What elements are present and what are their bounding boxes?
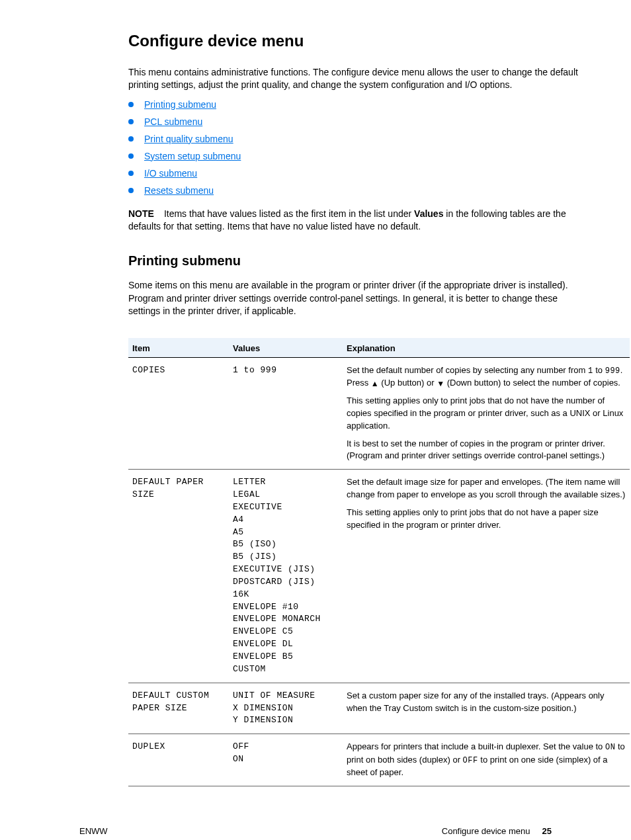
duplex-exp-lead: Appears for printers that include a buil… [347,741,605,751]
value-item: B5 (ISO) [233,538,339,551]
table-row: DEFAULT CUSTOM PAPER SIZE UNIT OF MEASUR… [128,683,630,734]
range-high: 999 [261,365,277,375]
duplex-off-word: OFF [463,756,478,765]
item-line2: SIZE [132,489,225,501]
item-line1: DEFAULT CUSTOM [132,690,225,702]
cell-explanation: Set a custom paper size for any of the i… [343,683,630,734]
col-values: Values [229,338,343,358]
value-item: CUSTOM [233,663,339,676]
item-line2: PAPER SIZE [132,702,225,715]
copies-exp-mid: to [593,365,605,375]
list-item: Printing submenu [128,99,591,110]
footer-page-number: 25 [542,826,552,836]
table-row: DUPLEX OFF ON Appears for printers that … [128,734,630,786]
submenu-heading: Printing submenu [128,253,591,269]
cell-explanation: Set the default number of copies by sele… [343,357,630,469]
up-arrow-icon: ▲ [371,380,379,388]
list-item: I/O submenu [128,168,591,179]
copies-exp-after3: (Down button) to select the number of co… [444,378,620,388]
copies-exp-p2: This setting applies only to print jobs … [347,395,626,433]
cell-item: COPIES [128,357,229,469]
item-line1: DEFAULT PAPER [132,476,225,489]
value-item: LEGAL [233,489,339,501]
footer-right: Configure device menu 25 [442,826,552,836]
cell-values: OFF ON [229,734,343,786]
cell-item: DUPLEX [128,734,229,786]
note-paragraph: NOTE Items that have values listed as th… [128,208,591,233]
value-item: EXECUTIVE (JIS) [233,564,339,576]
list-item: Print quality submenu [128,134,591,144]
bullet-icon [128,171,134,176]
intro-paragraph: This menu contains administrative functi… [128,66,591,91]
copies-exp-after2: (Up button) or [379,378,437,388]
list-item: System setup submenu [128,151,591,161]
paper-exp-p1: Set the default image size for paper and… [347,476,626,501]
value-item: ENVELOPE DL [233,638,339,651]
copies-high: 999 [605,366,620,376]
submenu-link[interactable]: Resets submenu [144,185,214,196]
value-item: EXECUTIVE [233,501,339,514]
bullet-icon [128,119,134,124]
list-item: PCL submenu [128,116,591,127]
copies-exp-p3: It is best to set the number of copies i… [347,438,626,463]
value-item: ENVELOPE C5 [233,626,339,638]
bullet-icon [128,102,134,107]
value-item: ENVELOPE MONARCH [233,613,339,626]
note-values-word: Values [414,208,443,219]
copies-exp-lead: Set the default number of copies by sele… [347,365,588,375]
page-title: Configure device menu [128,32,591,50]
submenu-link[interactable]: Printing submenu [144,99,216,110]
page-footer: ENWW Configure device menu 25 [40,826,591,840]
value-item: Y DIMENSION [233,714,339,727]
cell-values: 1 to 999 [229,357,343,469]
value-item: ENVELOPE #10 [233,601,339,614]
value-item: 16K [233,589,339,601]
submenu-link[interactable]: PCL submenu [144,116,202,127]
col-explanation: Explanation [343,338,630,358]
paper-exp-p2: This setting applies only to print jobs … [347,507,626,532]
bullet-icon [128,153,134,159]
cell-values: UNIT OF MEASURE X DIMENSION Y DIMENSION [229,683,343,734]
footer-right-text: Configure device menu [442,826,530,836]
value-item: DPOSTCARD (JIS) [233,576,339,589]
printing-settings-table: Item Values Explanation COPIES 1 to 999 … [128,338,630,786]
table-row: DEFAULT PAPER SIZE LETTER LEGAL EXECUTIV… [128,470,630,683]
value-item: A5 [233,526,339,539]
value-item: LETTER [233,476,339,489]
value-item: B5 (JIS) [233,551,339,564]
submenu-link[interactable]: I/O submenu [144,168,197,179]
bullet-icon [128,188,134,193]
cell-explanation: Set the default image size for paper and… [343,470,630,683]
value-item: A4 [233,514,339,526]
bullet-icon [128,136,134,142]
cell-values: LETTER LEGAL EXECUTIVE A4 A5 B5 (ISO) B5… [229,470,343,683]
value-item: ENVELOPE B5 [233,651,339,663]
value-item: UNIT OF MEASURE [233,690,339,702]
list-item: Resets submenu [128,185,591,196]
range-sep: to [238,365,260,375]
submenu-link-list: Printing submenu PCL submenu Print quali… [128,99,591,196]
value-item: OFF [233,741,339,753]
footer-left: ENWW [79,826,108,836]
table-header-row: Item Values Explanation [128,338,630,358]
col-item: Item [128,338,229,358]
table-row: COPIES 1 to 999 Set the default number o… [128,357,630,469]
value-item: ON [233,753,339,766]
submenu-link[interactable]: Print quality submenu [144,134,233,144]
down-arrow-icon: ▼ [437,380,444,388]
value-item: X DIMENSION [233,702,339,715]
duplex-on-word: ON [605,743,615,752]
cell-explanation: Appears for printers that include a buil… [343,734,630,786]
note-text-1: Items that have values listed as the fir… [164,208,414,219]
submenu-link[interactable]: System setup submenu [144,151,241,161]
submenu-desc: Some items on this menu are available in… [128,279,591,318]
cell-item: DEFAULT PAPER SIZE [128,470,229,683]
note-label: NOTE [128,208,161,221]
copies-low: 1 [588,366,593,376]
cell-item: DEFAULT CUSTOM PAPER SIZE [128,683,229,734]
